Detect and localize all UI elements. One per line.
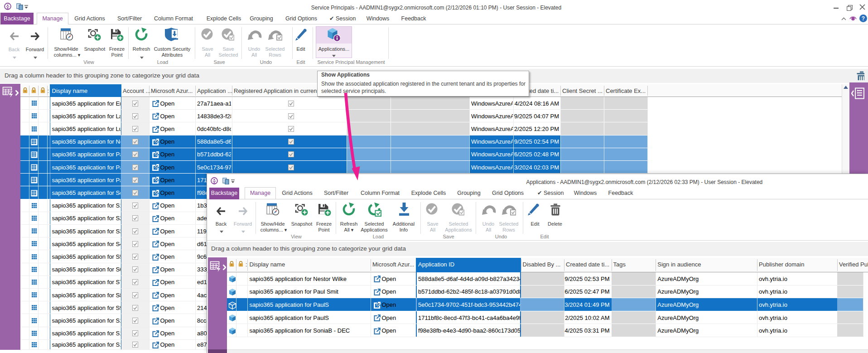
svg-text:?: ? xyxy=(862,15,865,22)
